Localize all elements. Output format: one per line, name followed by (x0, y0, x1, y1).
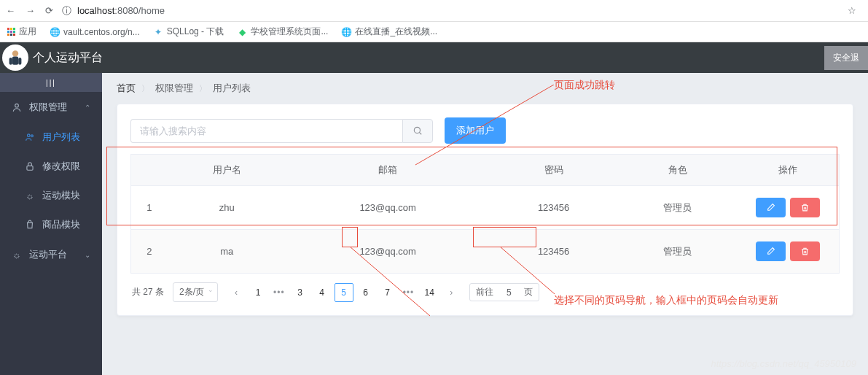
table-header-operation: 操作 (738, 155, 840, 186)
url-path: /home (138, 5, 165, 16)
table-header-email: 邮箱 (286, 155, 489, 186)
breadcrumb-item[interactable]: 权限管理 (155, 82, 193, 95)
cell-operation (738, 186, 840, 230)
table-row: 1zhu123@qq.com123456管理员 (131, 186, 840, 230)
pagination-total: 共 27 条 (132, 286, 164, 298)
pager-page[interactable]: 6 (356, 283, 375, 302)
cell-operation (738, 230, 840, 274)
svg-point-8 (414, 127, 420, 133)
pager-page[interactable]: 7 (378, 283, 397, 302)
cell-index: 1 (131, 186, 168, 230)
search-icon (413, 125, 423, 136)
app-header: 个人运动平台 安全退 (0, 42, 868, 73)
sidebar-collapse-button[interactable]: ||| (0, 73, 102, 92)
sidebar-item-permission[interactable]: 权限管理 ⌃ (0, 92, 102, 123)
lock-icon (25, 161, 35, 171)
bookmark-star-icon[interactable]: ☆ (848, 5, 856, 16)
trash-icon (800, 247, 810, 256)
pagination: 共 27 条 2条/页 ⌄ ‹1•••34567•••14› 前往 页 (130, 282, 840, 302)
sidebar-item-label: 运动平台 (29, 248, 67, 261)
edit-button[interactable] (756, 198, 786, 217)
sun-icon: ☼ (25, 190, 35, 201)
user-table: 用户名 邮箱 密码 角色 操作 1zhu123@qq.com123456管理员2… (130, 154, 840, 274)
cell-email: 123@qq.com (286, 230, 489, 274)
svg-rect-3 (18, 58, 21, 65)
pager-page[interactable]: 14 (420, 283, 439, 302)
search-button[interactable] (402, 119, 433, 143)
svg-point-4 (15, 104, 19, 107)
pager-page[interactable]: 3 (291, 283, 310, 302)
reload-icon[interactable]: ⟳ (45, 5, 53, 16)
sidebar-item-label: 用户列表 (42, 131, 80, 144)
edit-icon (766, 203, 775, 212)
app-title: 个人运动平台 (33, 50, 824, 66)
delete-button[interactable] (790, 241, 820, 261)
sidebar-item-sport-module[interactable]: ☼ 运动模块 (7, 181, 102, 210)
sidebar-item-user-list[interactable]: 用户列表 (7, 123, 102, 152)
sidebar-item-label: 运动模块 (42, 189, 80, 202)
apps-grid-icon (7, 28, 15, 36)
bookmark-item[interactable]: ✦ SQLLog - 下载 (153, 26, 224, 38)
breadcrumb-item: 用户列表 (213, 82, 251, 95)
sidebar-item-modify-permission[interactable]: 修改权限 (7, 152, 102, 181)
search-input[interactable] (130, 119, 402, 143)
add-user-button[interactable]: 添加用户 (445, 117, 506, 144)
delete-button[interactable] (790, 198, 820, 217)
sidebar-item-product-module[interactable]: 商品模块 (7, 210, 102, 239)
sidebar: ||| 权限管理 ⌃ 用户列表 修改权限 ☼ 运动模块 (0, 73, 102, 375)
logout-button[interactable]: 安全退 (824, 46, 868, 70)
apps-button[interactable]: 应用 (7, 26, 36, 38)
svg-rect-2 (9, 58, 12, 65)
browser-nav-bar: ← → ⟳ ⓘ localhost:8080/home ☆ (0, 0, 868, 22)
user-icon (12, 102, 22, 112)
main-content: 首页 〉 权限管理 〉 用户列表 添加用户 (102, 73, 868, 375)
edit-button[interactable] (756, 241, 786, 261)
goto-page-input[interactable] (498, 287, 520, 298)
back-icon[interactable]: ← (6, 5, 15, 16)
bag-icon (25, 220, 35, 230)
table-header-password: 密码 (489, 155, 618, 186)
breadcrumb-item[interactable]: 首页 (117, 82, 136, 95)
sidebar-item-label: 修改权限 (42, 160, 80, 173)
cell-username: zhu (168, 186, 287, 230)
pager-page[interactable]: 5 (335, 283, 353, 302)
svg-point-5 (28, 134, 31, 137)
table-header-index (131, 155, 168, 186)
pager-ellipsis[interactable]: ••• (270, 287, 288, 298)
cell-password: 123456 (489, 186, 618, 230)
pager-next[interactable]: › (442, 283, 461, 302)
bookmark-item[interactable]: 🌐 在线直播_在线视频... (341, 26, 437, 38)
cell-username: ma (168, 230, 287, 274)
forward-icon[interactable]: → (26, 5, 35, 16)
goto-page: 前往 页 (469, 283, 539, 301)
sidebar-item-sport-platform[interactable]: ☼ 运动平台 ⌄ (0, 239, 102, 270)
svg-point-0 (12, 50, 18, 56)
star-icon: ✦ (153, 27, 163, 37)
cell-index: 2 (131, 230, 168, 274)
url-bar[interactable]: ⓘ localhost:8080/home (62, 4, 839, 18)
chevron-down-icon: ⌄ (85, 251, 90, 259)
pager-page[interactable]: 4 (313, 283, 332, 302)
chevron-right-icon: 〉 (199, 83, 207, 94)
pager-ellipsis[interactable]: ••• (400, 287, 418, 298)
sidebar-item-label: 商品模块 (42, 218, 80, 231)
bookmarks-bar: 应用 🌐 vault.centos.org/n... ✦ SQLLog - 下载… (0, 22, 868, 42)
page-size-select[interactable]: 2条/页 ⌄ (173, 282, 218, 302)
breadcrumb: 首页 〉 权限管理 〉 用户列表 (102, 73, 868, 104)
url-port: :8080 (114, 5, 138, 16)
bookmark-item[interactable]: 🌐 vault.centos.org/n... (50, 27, 140, 37)
table-row: 2ma123@qq.com123456管理员 (131, 230, 840, 274)
svg-rect-1 (12, 57, 18, 65)
svg-rect-7 (27, 166, 33, 170)
globe-icon: 🌐 (341, 27, 351, 37)
edit-icon (766, 247, 775, 256)
chevron-up-icon: ⌃ (85, 104, 90, 112)
pager-prev[interactable]: ‹ (227, 283, 246, 302)
cube-icon: ◆ (237, 27, 247, 37)
info-icon: ⓘ (62, 4, 71, 18)
pager-page[interactable]: 1 (249, 283, 267, 302)
goto-prefix: 前往 (476, 286, 493, 298)
cell-role: 管理员 (618, 186, 738, 230)
trash-icon (800, 203, 810, 212)
bookmark-item[interactable]: ◆ 学校管理系统页面... (237, 26, 328, 38)
